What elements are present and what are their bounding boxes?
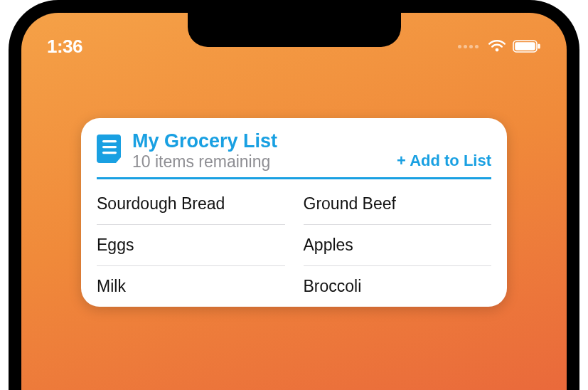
phone-screen: 1:36 xyxy=(21,13,567,390)
list-item-label: Eggs xyxy=(97,236,134,254)
svg-rect-3 xyxy=(102,140,117,142)
widget-title-wrap: My Grocery List 10 items remaining xyxy=(132,131,388,172)
add-to-list-button[interactable]: + Add to List xyxy=(397,152,491,172)
widget-subtitle: 10 items remaining xyxy=(132,152,388,172)
list-item[interactable]: Broccoli xyxy=(304,266,492,307)
list-icon xyxy=(97,132,124,166)
list-item-label: Ground Beef xyxy=(304,194,396,213)
list-item[interactable]: Sourdough Bread xyxy=(97,184,285,225)
battery-icon xyxy=(513,40,541,53)
cell-dots-icon xyxy=(458,45,479,48)
svg-rect-2 xyxy=(538,44,540,49)
list-item[interactable]: Apples xyxy=(304,225,492,266)
list-item[interactable]: Ground Beef xyxy=(304,184,492,225)
widget-header: My Grocery List 10 items remaining + Add… xyxy=(97,131,491,179)
phone-frame: 1:36 xyxy=(9,0,579,390)
wifi-icon xyxy=(488,39,506,53)
list-item[interactable]: Milk xyxy=(97,266,285,307)
svg-rect-1 xyxy=(515,42,535,51)
phone-notch xyxy=(188,13,401,47)
grocery-widget[interactable]: My Grocery List 10 items remaining + Add… xyxy=(81,118,507,307)
list-item-label: Sourdough Bread xyxy=(97,194,225,213)
list-item-label: Milk xyxy=(97,277,126,295)
status-right xyxy=(458,39,541,53)
svg-rect-4 xyxy=(102,146,117,148)
list-item-label: Broccoli xyxy=(304,277,362,295)
widget-items: Sourdough Bread Ground Beef Eggs Apples … xyxy=(97,179,491,307)
list-item-label: Apples xyxy=(304,236,353,254)
svg-rect-5 xyxy=(102,152,117,154)
widget-title: My Grocery List xyxy=(132,131,388,152)
status-time: 1:36 xyxy=(47,36,82,58)
list-item[interactable]: Eggs xyxy=(97,225,285,266)
